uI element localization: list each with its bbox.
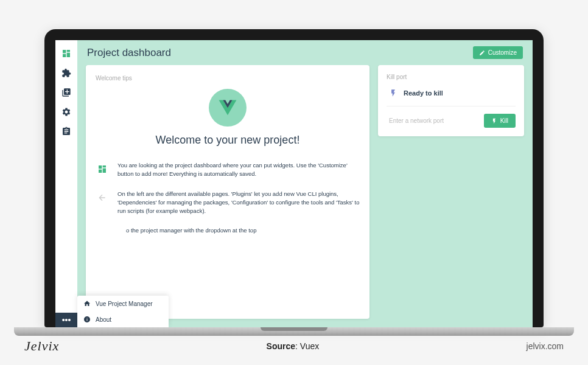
popup-item-about[interactable]: About [77, 311, 169, 327]
welcome-card-title: Welcome tips [96, 75, 360, 82]
kill-status: Ready to kill [387, 85, 516, 106]
jelvix-logo: Jelvix [24, 338, 59, 354]
pencil-icon [479, 50, 485, 56]
bolt-icon [389, 89, 397, 97]
app-screen: ••• Project dashboard Customize Welcome … [55, 40, 533, 327]
info-icon [83, 316, 91, 323]
header: Project dashboard Customize [77, 40, 533, 65]
tip-row: You are looking at the project dashboard… [96, 161, 360, 179]
customize-button[interactable]: Customize [473, 46, 523, 59]
kill-port-card: Kill port Ready to kill Kill [378, 65, 524, 136]
svg-rect-1 [67, 50, 70, 52]
tip-text: o the project manager with the dropdown … [126, 226, 256, 235]
gear-icon[interactable] [60, 106, 72, 118]
svg-rect-9 [99, 170, 102, 173]
clipboard-icon[interactable] [60, 125, 72, 137]
tip-row: On the left are the different available … [96, 190, 360, 216]
tip-row: o the project manager with the dropdown … [126, 226, 360, 235]
more-menu-button[interactable]: ••• [55, 313, 77, 327]
vue-logo [209, 89, 247, 127]
popup-item-project-manager[interactable]: Vue Project Manager [77, 296, 169, 311]
dashboard-tip-icon [96, 162, 109, 176]
svg-rect-0 [63, 50, 66, 53]
page-title: Project dashboard [87, 47, 171, 59]
more-icon: ••• [62, 315, 71, 325]
main-area: Project dashboard Customize Welcome tips [77, 40, 533, 327]
svg-rect-8 [103, 169, 106, 173]
arrow-left-icon [96, 191, 109, 204]
home-icon [83, 300, 91, 307]
puzzle-icon[interactable] [60, 67, 72, 79]
welcome-card: Welcome tips Welcome to your new project… [86, 65, 369, 319]
dashboard-icon[interactable] [60, 47, 72, 60]
folder-icon[interactable] [60, 86, 72, 99]
sidebar: ••• [55, 40, 77, 327]
jelvix-url: jelvix.com [527, 341, 564, 351]
source-caption: Source: Vuex [267, 341, 320, 351]
welcome-heading: Welcome to your new project! [96, 134, 360, 147]
popup-menu: Vue Project Manager About [77, 296, 169, 327]
laptop-frame: ••• Project dashboard Customize Welcome … [44, 29, 544, 327]
content-area: Welcome tips Welcome to your new project… [77, 65, 533, 327]
kill-card-title: Kill port [387, 74, 516, 80]
svg-rect-2 [67, 53, 70, 57]
vue-icon [216, 96, 239, 119]
port-input[interactable] [387, 114, 480, 128]
svg-rect-3 [63, 54, 66, 57]
caption-row: Jelvix Source: Vuex jelvix.com [0, 338, 588, 354]
tip-text: On the left are the different available … [117, 190, 360, 216]
vue-logo-wrap [96, 89, 360, 127]
tip-text: You are looking at the project dashboard… [117, 161, 360, 179]
laptop-base [14, 327, 574, 336]
svg-rect-6 [99, 165, 102, 169]
kill-input-row: Kill [387, 106, 516, 128]
bolt-icon [491, 118, 497, 124]
kill-button[interactable]: Kill [484, 114, 516, 128]
svg-rect-7 [103, 165, 106, 167]
